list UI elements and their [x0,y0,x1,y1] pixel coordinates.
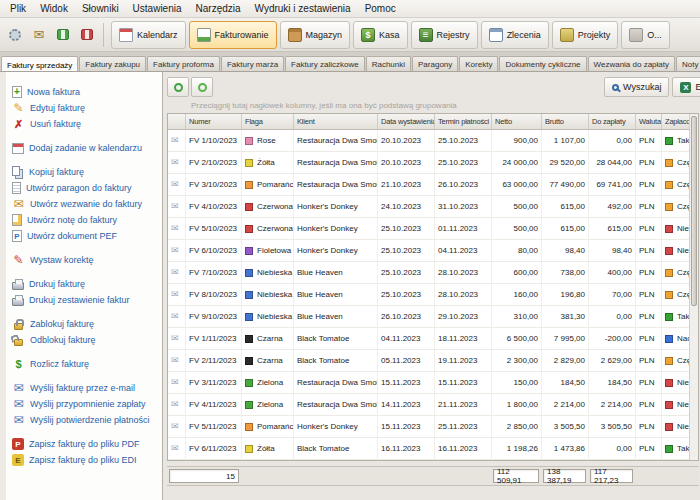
invoice-row[interactable]: FV 6/10/2023 Fioletowa Honker's Donkey 2… [168,240,699,262]
invoice-row[interactable]: FV 5/10/2023 Czerwona Honker's Donkey 25… [168,218,699,240]
module-button[interactable]: Projekty [552,21,619,49]
document-tab[interactable]: Dokumenty cykliczne [499,56,586,71]
sidebar-action[interactable]: Nowa faktura [8,84,160,100]
column-header[interactable]: Data wystawienia [378,114,435,130]
cell-numer: FV 1/10/2023 [186,130,242,152]
quick-icon-button[interactable] [27,22,51,48]
sidebar-action[interactable]: Zablokuj fakturę [8,316,160,332]
invoice-row[interactable]: FV 8/10/2023 Niebieska Blue Heaven 25.10… [168,284,699,306]
print-invoice-icon [12,282,24,290]
column-header[interactable]: Waluta [636,114,662,130]
sidebar-action-label: Wystaw korektę [30,255,93,265]
cell-brutto: 1 107,00 [542,130,589,152]
menu-item[interactable]: Pomoc [358,1,403,16]
sidebar-action[interactable]: Utwórz wezwanie do faktury [8,196,160,212]
filter-button[interactable] [191,77,213,97]
document-tab[interactable]: Faktury sprzedaży [1,56,78,72]
invoice-row[interactable]: FV 6/11/2023 Żółta Black Tomatoe 16.11.2… [168,438,699,460]
save-edi-icon [12,454,24,466]
status-label: Nie [677,378,689,387]
document-tab[interactable]: Faktury zakupu [79,56,146,71]
document-tab[interactable]: Faktury proforma [147,56,220,71]
module-button[interactable]: O... [621,21,670,49]
invoice-row[interactable]: FV 5/11/2023 Pomarańcz Honker's Donkey 1… [168,416,699,438]
invoice-row[interactable]: FV 7/10/2023 Niebieska Blue Heaven 25.10… [168,262,699,284]
sidebar-action[interactable]: Utwórz paragon do faktury [8,180,160,196]
cell-brutto: 98,40 [542,240,589,262]
refresh-button[interactable] [167,77,189,97]
quick-icon-button[interactable] [3,22,27,48]
invoice-row[interactable]: FV 1/11/2023 Czarna Black Tomatoe 04.11.… [168,328,699,350]
sidebar-action-label: Kopiuj fakturę [29,167,84,177]
column-header[interactable]: Do zapłaty [589,114,636,130]
search-button[interactable]: Wyszukaj [604,77,669,97]
document-tab[interactable]: Noty odsetkowe [676,56,700,71]
module-button[interactable]: Kalendarz [111,21,186,49]
module-button[interactable]: Kasa [353,21,408,49]
quick-icon-button[interactable] [51,22,75,48]
column-header[interactable]: Termin płatności [435,114,492,130]
sidebar-action[interactable]: Drukuj fakturę [8,276,160,292]
menu-item[interactable]: Wydruki i zestawienia [248,1,358,16]
module-label: Kalendarz [137,30,178,40]
column-header[interactable]: Numer [186,114,242,130]
menu-item[interactable]: Plik [3,1,33,16]
invoice-row[interactable]: FV 3/11/2023 Zielona Restauracja Dwa Smo… [168,372,699,394]
document-tab[interactable]: Wezwania do zapłaty [588,56,675,71]
invoice-row[interactable]: FV 9/10/2023 Niebieska Blue Heaven 26.10… [168,306,699,328]
sidebar-action[interactable]: Wyślij przypomnienie zapłaty [8,396,160,412]
vertical-scrollbar[interactable] [689,114,698,460]
invoice-row[interactable]: FV 2/10/2023 Żółta Restauracja Dwa Smoki… [168,152,699,174]
sidebar-action[interactable]: Dodaj zadanie w kalendarzu [8,140,160,156]
sidebar-action[interactable]: Utwórz dokument PEF [8,228,160,244]
actions-sidebar: Nowa faktura Edytuj fakturę Usuń fakturę… [0,72,163,500]
table-body: FV 1/10/2023 Rose Restauracja Dwa Smoki … [168,130,698,460]
column-header[interactable]: Klient [294,114,378,130]
module-button[interactable]: Magazyn [280,21,351,49]
invoice-row[interactable]: FV 3/10/2023 Pomarańcz Restauracja Dwa S… [168,174,699,196]
cell-do-zaplaty: 98,40 [589,240,636,262]
invoice-row[interactable]: FV 1/10/2023 Rose Restauracja Dwa Smoki … [168,130,699,152]
sidebar-action[interactable]: Kopiuj fakturę [8,164,160,180]
sidebar-action[interactable]: Edytuj fakturę [8,100,160,116]
column-header[interactable]: Brutto [542,114,589,130]
column-header[interactable] [168,114,186,130]
cell-klient: Black Tomatoe [294,350,378,372]
menu-item[interactable]: Narzędzia [189,1,248,16]
column-header[interactable]: Flaga [242,114,294,130]
sidebar-action[interactable]: Odblokuj fakturę [8,332,160,348]
cell-icon [168,130,186,152]
sidebar-action[interactable]: Drukuj zestawienie faktur [8,292,160,308]
invoice-row[interactable]: FV 4/10/2023 Czerwona Honker's Donkey 24… [168,196,699,218]
document-tab[interactable]: Rachunki [366,56,411,71]
export-button[interactable]: Ek [672,77,700,97]
invoice-row[interactable]: FV 2/11/2023 Czarna Black Tomatoe 05.11.… [168,350,699,372]
document-tab[interactable]: Faktury zaliczkowe [285,56,365,71]
column-header[interactable]: Netto [492,114,542,130]
invoice-icon [171,180,179,189]
menu-item[interactable]: Słowniki [75,1,126,16]
sidebar-action[interactable]: Wystaw korektę [8,252,160,268]
sidebar-action[interactable]: Utwórz notę do faktury [8,212,160,228]
sidebar-action[interactable]: Zapisz fakturę do pliku EDI [8,452,160,468]
quick-icon-button[interactable] [75,22,99,48]
menu-item[interactable]: Ustawienia [126,1,189,16]
module-label: Fakturowanie [215,30,269,40]
sidebar-action[interactable]: Rozlicz fakturę [8,356,160,372]
scrollbar-thumb[interactable] [691,116,697,306]
cell-flaga: Zielona [242,372,294,394]
sidebar-action[interactable]: Wyślij fakturę przez e-mail [8,380,160,396]
invoice-row[interactable]: FV 4/11/2023 Zielona Restauracja Dwa Smo… [168,394,699,416]
document-tab[interactable]: Faktury marża [221,56,284,71]
module-button[interactable]: Zlecenia [481,21,549,49]
module-button[interactable]: Rejestry [411,21,478,49]
flag-label: Niebieska [257,290,292,299]
sidebar-action[interactable]: Wyślij potwierdzenie płatności [8,412,160,428]
module-button[interactable]: Fakturowanie [189,21,277,49]
menu-item[interactable]: Widok [33,1,75,16]
cell-data-wystawienia: 04.11.2023 [378,328,435,350]
document-tab[interactable]: Paragony [412,56,458,71]
document-tab[interactable]: Korekty [459,56,498,71]
sidebar-action[interactable]: Usuń fakturę [8,116,160,132]
sidebar-action[interactable]: Zapisz fakturę do pliku PDF [8,436,160,452]
